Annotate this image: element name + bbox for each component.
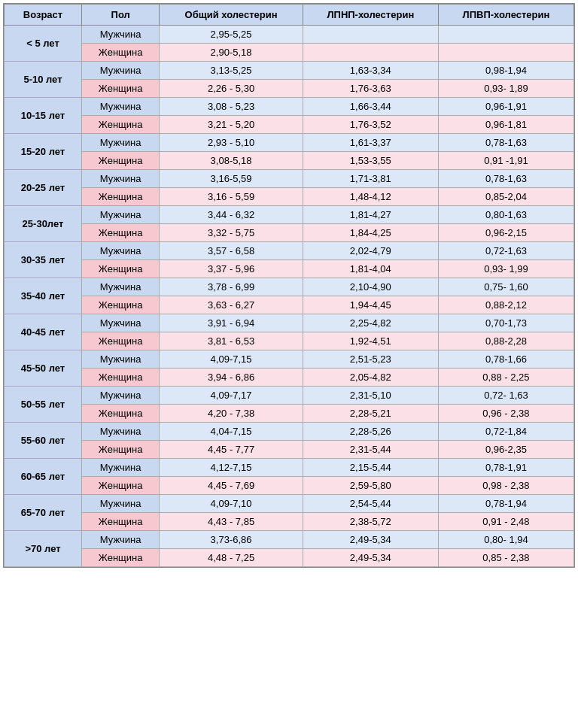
age-cell: 30-35 лет bbox=[5, 242, 82, 278]
ldl-cell: 2,05-4,82 bbox=[303, 369, 438, 387]
table-row: Женщина3,37 - 5,961,81-4,040,93- 1,99 bbox=[5, 260, 574, 278]
ldl-cell: 2,49-5,34 bbox=[303, 531, 438, 549]
ldl-cell: 1,94-4,45 bbox=[303, 296, 438, 314]
gender-cell: Мужчина bbox=[81, 134, 159, 152]
hdl-cell: 0,78-1,91 bbox=[438, 459, 573, 477]
gender-cell: Мужчина bbox=[81, 423, 159, 441]
ldl-cell: 2,02-4,79 bbox=[303, 242, 438, 260]
table-row: 5-10 летМужчина3,13-5,251,63-3,340,98-1,… bbox=[5, 62, 574, 80]
hdl-cell: 0,88-2,28 bbox=[438, 332, 573, 350]
header-hdl: ЛПВП-холестерин bbox=[438, 5, 573, 26]
gender-cell: Мужчина bbox=[81, 495, 159, 513]
total-cholesterol-cell: 3,16 - 5,59 bbox=[160, 188, 303, 206]
table-row: 25-30летМужчина3,44 - 6,321,81-4,270,80-… bbox=[5, 206, 574, 224]
table-row: Женщина4,20 - 7,382,28-5,210,96 - 2,38 bbox=[5, 405, 574, 423]
ldl-cell: 2,51-5,23 bbox=[303, 350, 438, 369]
ldl-cell: 1,63-3,34 bbox=[303, 62, 438, 80]
table-row: Женщина4,45 - 7,772,31-5,440,96-2,35 bbox=[5, 441, 574, 459]
hdl-cell bbox=[438, 26, 573, 44]
gender-cell: Женщина bbox=[81, 188, 159, 206]
age-cell: 35-40 лет bbox=[5, 278, 82, 314]
hdl-cell: 0,91 -1,91 bbox=[438, 152, 573, 170]
hdl-cell: 0,93- 1,99 bbox=[438, 260, 573, 278]
total-cholesterol-cell: 3,44 - 6,32 bbox=[160, 206, 303, 224]
ldl-cell: 1,81-4,27 bbox=[303, 206, 438, 224]
total-cholesterol-cell: 4,12-7,15 bbox=[160, 459, 303, 477]
hdl-cell: 0,72-1,63 bbox=[438, 242, 573, 260]
total-cholesterol-cell: 4,09-7,15 bbox=[160, 350, 303, 369]
gender-cell: Мужчина bbox=[81, 170, 159, 188]
age-cell: 55-60 лет bbox=[5, 423, 82, 459]
hdl-cell: 0,85-2,04 bbox=[438, 188, 573, 206]
age-cell: 15-20 лет bbox=[5, 134, 82, 170]
hdl-cell: 0,96-1,91 bbox=[438, 98, 573, 116]
table-row: Женщина2,90-5,18 bbox=[5, 44, 574, 62]
table-row: 60-65 летМужчина4,12-7,152,15-5,440,78-1… bbox=[5, 459, 574, 477]
hdl-cell: 0,80-1,63 bbox=[438, 206, 573, 224]
hdl-cell: 0,93- 1,89 bbox=[438, 80, 573, 98]
gender-cell: Женщина bbox=[81, 152, 159, 170]
ldl-cell bbox=[303, 44, 438, 62]
hdl-cell: 0,78-1,66 bbox=[438, 350, 573, 369]
table-row: 10-15 летМужчина3,08 - 5,231,66-3,440,96… bbox=[5, 98, 574, 116]
table-row: 65-70 летМужчина4,09-7,102,54-5,440,78-1… bbox=[5, 495, 574, 513]
hdl-cell: 0,70-1,73 bbox=[438, 314, 573, 332]
gender-cell: Мужчина bbox=[81, 350, 159, 369]
table-row: 15-20 летМужчина2,93 - 5,101,61-3,370,78… bbox=[5, 134, 574, 152]
hdl-cell: 0,91 - 2,48 bbox=[438, 513, 573, 531]
age-cell: 45-50 лет bbox=[5, 350, 82, 387]
table-row: 35-40 летМужчина3,78 - 6,992,10-4,900,75… bbox=[5, 278, 574, 296]
hdl-cell: 0,96 - 2,38 bbox=[438, 405, 573, 423]
table-row: 45-50 летМужчина4,09-7,152,51-5,230,78-1… bbox=[5, 350, 574, 369]
hdl-cell: 0,78-1,63 bbox=[438, 170, 573, 188]
gender-cell: Женщина bbox=[81, 405, 159, 423]
hdl-cell: 0,72-1,84 bbox=[438, 423, 573, 441]
gender-cell: Женщина bbox=[81, 477, 159, 495]
total-cholesterol-cell: 3,13-5,25 bbox=[160, 62, 303, 80]
ldl-cell: 2,59-5,80 bbox=[303, 477, 438, 495]
ldl-cell: 1,84-4,25 bbox=[303, 224, 438, 242]
total-cholesterol-cell: 3,78 - 6,99 bbox=[160, 278, 303, 296]
table-row: < 5 летМужчина2,95-5,25 bbox=[5, 26, 574, 44]
hdl-cell: 0,80- 1,94 bbox=[438, 531, 573, 549]
age-cell: 10-15 лет bbox=[5, 98, 82, 134]
header-row: Возраст Пол Общий холестерин ЛПНП-холест… bbox=[5, 5, 574, 26]
hdl-cell: 0,96-2,35 bbox=[438, 441, 573, 459]
table-row: 40-45 летМужчина3,91 - 6,942,25-4,820,70… bbox=[5, 314, 574, 332]
gender-cell: Женщина bbox=[81, 80, 159, 98]
gender-cell: Женщина bbox=[81, 116, 159, 134]
total-cholesterol-cell: 4,04-7,15 bbox=[160, 423, 303, 441]
ldl-cell: 1,66-3,44 bbox=[303, 98, 438, 116]
age-cell: 20-25 лет bbox=[5, 170, 82, 206]
total-cholesterol-cell: 2,93 - 5,10 bbox=[160, 134, 303, 152]
ldl-cell: 2,28-5,21 bbox=[303, 405, 438, 423]
total-cholesterol-cell: 3,57 - 6,58 bbox=[160, 242, 303, 260]
hdl-cell: 0,88 - 2,25 bbox=[438, 369, 573, 387]
gender-cell: Мужчина bbox=[81, 314, 159, 332]
table-row: 50-55 летМужчина4,09-7,172,31-5,100,72- … bbox=[5, 387, 574, 405]
total-cholesterol-cell: 3,81 - 6,53 bbox=[160, 332, 303, 350]
ldl-cell: 1,48-4,12 bbox=[303, 188, 438, 206]
hdl-cell: 0,78-1,94 bbox=[438, 495, 573, 513]
hdl-cell: 0,98 - 2,38 bbox=[438, 477, 573, 495]
table-row: >70 летМужчина3,73-6,862,49-5,340,80- 1,… bbox=[5, 531, 574, 549]
table-row: 20-25 летМужчина3,16-5,591,71-3,810,78-1… bbox=[5, 170, 574, 188]
ldl-cell: 1,61-3,37 bbox=[303, 134, 438, 152]
hdl-cell: 0,96-2,15 bbox=[438, 224, 573, 242]
age-cell: >70 лет bbox=[5, 531, 82, 567]
total-cholesterol-cell: 3,32 - 5,75 bbox=[160, 224, 303, 242]
total-cholesterol-cell: 4,09-7,17 bbox=[160, 387, 303, 405]
ldl-cell: 1,71-3,81 bbox=[303, 170, 438, 188]
table-row: Женщина4,45 - 7,692,59-5,800,98 - 2,38 bbox=[5, 477, 574, 495]
gender-cell: Мужчина bbox=[81, 242, 159, 260]
ldl-cell: 1,76-3,63 bbox=[303, 80, 438, 98]
total-cholesterol-cell: 3,73-6,86 bbox=[160, 531, 303, 549]
total-cholesterol-cell: 3,08 - 5,23 bbox=[160, 98, 303, 116]
age-cell: 25-30лет bbox=[5, 206, 82, 242]
table-row: Женщина3,32 - 5,751,84-4,250,96-2,15 bbox=[5, 224, 574, 242]
header-gender: Пол bbox=[81, 5, 159, 26]
gender-cell: Мужчина bbox=[81, 62, 159, 80]
ldl-cell: 2,28-5,26 bbox=[303, 423, 438, 441]
table-row: Женщина2,26 - 5,301,76-3,630,93- 1,89 bbox=[5, 80, 574, 98]
total-cholesterol-cell: 2,26 - 5,30 bbox=[160, 80, 303, 98]
